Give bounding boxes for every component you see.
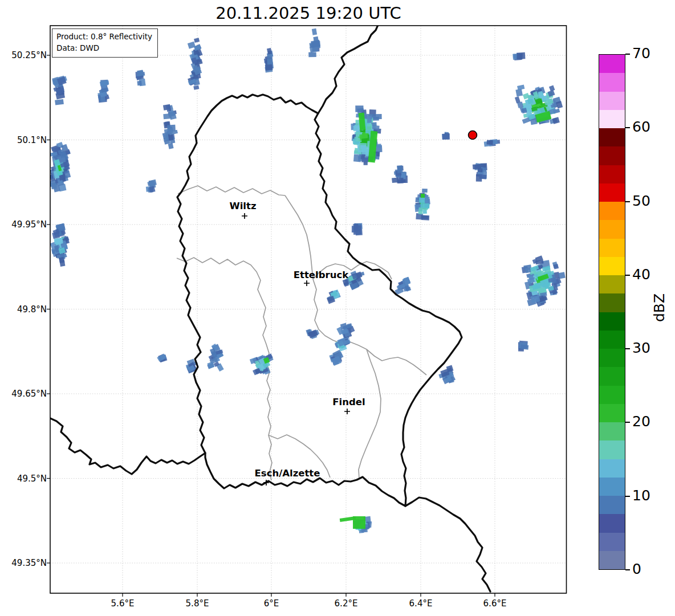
- country-border: [405, 497, 490, 591]
- colorbar-tick-label: 30: [632, 340, 650, 356]
- colorbar-tick-mark: [625, 54, 630, 55]
- radar-echo-bin: [194, 38, 200, 43]
- lat-tick-label: 50.1°N: [0, 135, 47, 145]
- lat-tick-label: 49.35°N: [0, 558, 47, 568]
- colorbar-tick-mark: [625, 201, 630, 202]
- district-border: [178, 186, 285, 195]
- radar-echo-bin: [193, 85, 199, 90]
- radar-echo-bin: [55, 99, 64, 105]
- colorbar-segment: [599, 110, 625, 128]
- radar-echo-bin: [372, 125, 380, 130]
- colorbar-tick-label: 20: [632, 414, 650, 430]
- radar-echo-bin: [397, 165, 402, 173]
- colorbar-tick-label: 10: [632, 487, 650, 504]
- colorbar-tick-label: 0: [632, 561, 641, 577]
- radar-echo-bin: [422, 210, 427, 214]
- radar-echo-bin: [56, 91, 62, 95]
- radar-echo-bin: [375, 114, 382, 119]
- radar-echo-bin: [517, 53, 522, 59]
- district-border-layer: [177, 186, 426, 480]
- grid-layer: [50, 26, 567, 593]
- radar-echo-bin: [312, 28, 317, 35]
- colorbar-segment: [599, 239, 625, 257]
- colorbar-tick-mark: [625, 348, 630, 349]
- city-label: Wiltz: [229, 201, 256, 211]
- colorbar-segment: [599, 275, 625, 293]
- radar-echo-bin: [425, 197, 429, 203]
- radar-echo-bin: [422, 189, 428, 193]
- district-border: [359, 349, 381, 479]
- radar-echo-bin: [421, 215, 428, 219]
- colorbar-segment: [599, 73, 625, 91]
- lon-tick-label: 6.4°E: [401, 598, 441, 609]
- radar-echo-bin: [52, 231, 60, 239]
- colorbar-tick-label: 50: [632, 193, 650, 209]
- colorbar-segment: [599, 220, 625, 238]
- lon-tick-label: 5.6°E: [103, 598, 143, 609]
- radar-echo-bin: [515, 89, 523, 97]
- colorbar-tick-label: 40: [632, 266, 650, 283]
- radar-echo-bin: [556, 101, 563, 109]
- colorbar-segment: [599, 514, 625, 532]
- lon-tick-label: 6.2°E: [326, 598, 366, 609]
- colorbar-tick-mark: [625, 496, 630, 497]
- radar-site-dot: [469, 131, 477, 140]
- colorbar-segment: [599, 533, 625, 551]
- colorbar-segment: [599, 293, 625, 312]
- colorbar-segment: [599, 386, 625, 404]
- radar-echo-bin: [353, 154, 361, 162]
- lon-tick-label: 5.8°E: [177, 598, 217, 609]
- radar-echo-bin: [356, 137, 360, 142]
- radar-echo-bin: [531, 295, 540, 303]
- radar-echo-bin: [481, 164, 486, 168]
- colorbar-tick-mark: [625, 422, 630, 423]
- colorbar-segment: [599, 440, 625, 459]
- district-border: [285, 195, 313, 279]
- radar-echo-bin: [377, 144, 381, 148]
- radar-echo-bin: [418, 207, 423, 214]
- legend-product-line: Product: 0.8° Reflectivity: [56, 31, 152, 42]
- colorbar-segment: [599, 202, 625, 220]
- colorbar-segment: [599, 331, 625, 349]
- legend-box: Product: 0.8° Reflectivity Data: DWD: [52, 28, 158, 58]
- lat-tick-label: 49.8°N: [0, 304, 47, 315]
- colorbar-tick-label: 70: [632, 45, 650, 62]
- radar-echo-core: [421, 194, 425, 198]
- radar-echo-bin: [521, 345, 528, 350]
- radar-echo-bin: [515, 96, 521, 103]
- city-label: Esch/Alzette: [255, 468, 320, 479]
- colorbar-segment: [599, 459, 625, 478]
- colorbar-segment: [599, 55, 625, 73]
- colorbar-segment: [599, 183, 625, 202]
- radar-echo-bin: [60, 152, 67, 158]
- radar-echo-bin: [473, 164, 481, 170]
- lon-tick-label: 6°E: [251, 598, 291, 609]
- colorbar-segment: [599, 404, 625, 422]
- radar-echo-bin: [267, 59, 273, 64]
- colorbar-segment: [599, 496, 625, 514]
- radar-map-canvas: [0, 0, 675, 616]
- radar-echo-bin: [442, 134, 450, 140]
- radar-echo-bin: [137, 70, 143, 76]
- colorbar-segment: [599, 146, 625, 165]
- country-border-layer: [50, 25, 490, 591]
- radar-echo-bin: [362, 147, 370, 154]
- radar-echo-bin: [359, 134, 368, 139]
- district-border: [313, 279, 367, 349]
- city-label: Findel: [332, 397, 365, 407]
- radar-echo-bin: [168, 143, 174, 149]
- colorbar-segment: [599, 92, 625, 110]
- radar-echo-bin: [137, 81, 141, 86]
- radar-echo-core: [353, 516, 365, 529]
- colorbar-segment: [599, 312, 625, 331]
- country-border: [177, 95, 462, 506]
- colorbar-segment: [599, 257, 625, 275]
- radar-echo-bin: [265, 64, 273, 71]
- colorbar-segment: [599, 551, 625, 569]
- colorbar-segment: [599, 478, 625, 496]
- colorbar-tick-mark: [625, 275, 630, 276]
- radar-echo-bin: [487, 140, 493, 145]
- colorbar-tick-mark: [625, 569, 630, 570]
- radar-echo-bin: [397, 178, 404, 183]
- colorbar-unit-label: dBZ: [643, 292, 675, 324]
